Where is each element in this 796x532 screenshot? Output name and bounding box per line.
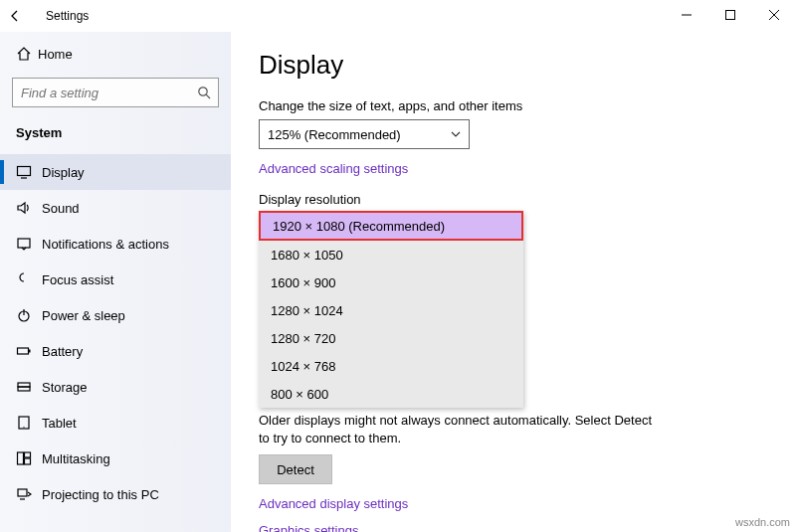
home-label: Home xyxy=(38,47,73,62)
svg-line-5 xyxy=(206,94,210,98)
svg-rect-19 xyxy=(25,458,31,464)
search-box[interactable] xyxy=(12,78,219,107)
sidebar-item-label: Tablet xyxy=(42,416,77,431)
detect-button[interactable]: Detect xyxy=(259,454,332,484)
main-content: Display Change the size of text, apps, a… xyxy=(231,32,796,532)
sidebar-item-label: Battery xyxy=(42,344,83,359)
sidebar-item-label: Multitasking xyxy=(42,451,110,466)
scale-label: Change the size of text, apps, and other… xyxy=(259,98,768,113)
page-title: Display xyxy=(259,50,768,81)
window-controls xyxy=(665,0,796,30)
sidebar-item-label: Storage xyxy=(42,380,88,395)
resolution-dropdown[interactable]: 1920 × 1080 (Recommended)1680 × 10501600… xyxy=(259,211,523,408)
battery-icon xyxy=(16,343,42,359)
search-input[interactable] xyxy=(13,86,197,100)
svg-rect-12 xyxy=(29,350,31,353)
advanced-scaling-link[interactable]: Advanced scaling settings xyxy=(259,161,768,176)
sidebar-item-focus[interactable]: Focus assist xyxy=(0,262,231,297)
svg-rect-20 xyxy=(18,489,27,496)
minimize-button[interactable] xyxy=(665,0,708,30)
home-icon xyxy=(16,46,38,62)
maximize-button[interactable] xyxy=(708,0,752,30)
home-link[interactable]: Home xyxy=(0,38,231,70)
svg-point-4 xyxy=(199,88,207,95)
sidebar-item-label: Projecting to this PC xyxy=(42,487,159,502)
resolution-option[interactable]: 1024 × 768 xyxy=(259,352,523,380)
storage-icon xyxy=(16,379,42,395)
svg-rect-8 xyxy=(18,239,30,248)
notifications-icon xyxy=(16,236,42,252)
focus-icon xyxy=(16,271,42,287)
sidebar-group-title: System xyxy=(0,119,231,154)
svg-rect-17 xyxy=(18,452,24,464)
display-icon xyxy=(16,164,42,180)
window-title: Settings xyxy=(46,9,89,23)
sidebar-item-notifications[interactable]: Notifications & actions xyxy=(0,226,231,262)
older-displays-note: Older displays might not always connect … xyxy=(259,412,657,446)
resolution-option[interactable]: 1600 × 900 xyxy=(259,268,523,296)
sound-icon xyxy=(16,200,42,216)
svg-rect-18 xyxy=(25,452,31,457)
sidebar-item-storage[interactable]: Storage xyxy=(0,369,231,405)
sidebar-item-power[interactable]: Power & sleep xyxy=(0,297,231,333)
sidebar-item-tablet[interactable]: Tablet xyxy=(0,405,231,441)
sidebar-item-label: Focus assist xyxy=(42,272,113,287)
sidebar-item-multitask[interactable]: Multitasking xyxy=(0,441,231,476)
resolution-option[interactable]: 1680 × 1050 xyxy=(259,241,523,268)
svg-rect-14 xyxy=(18,387,30,391)
resolution-option[interactable]: 1280 × 720 xyxy=(259,324,523,352)
power-icon xyxy=(16,307,42,323)
close-button[interactable] xyxy=(752,0,796,30)
tablet-icon xyxy=(16,415,42,431)
chevron-down-icon xyxy=(451,129,461,139)
sidebar-item-project[interactable]: Projecting to this PC xyxy=(0,476,231,512)
search-icon xyxy=(197,86,218,99)
svg-rect-6 xyxy=(18,167,31,176)
resolution-option[interactable]: 1280 × 1024 xyxy=(259,296,523,324)
sidebar-item-label: Sound xyxy=(42,201,80,216)
multitask-icon xyxy=(16,450,42,466)
sidebar-item-label: Power & sleep xyxy=(42,308,125,323)
advanced-display-link[interactable]: Advanced display settings xyxy=(259,496,768,511)
project-icon xyxy=(16,486,42,502)
sidebar-item-display[interactable]: Display xyxy=(0,154,231,190)
svg-point-16 xyxy=(23,427,24,428)
scale-select[interactable]: 125% (Recommended) xyxy=(259,119,470,149)
back-button[interactable] xyxy=(8,9,40,23)
sidebar-item-label: Display xyxy=(42,165,85,180)
sidebar: Home System DisplaySoundNotifications & … xyxy=(0,32,231,532)
scale-value: 125% (Recommended) xyxy=(268,127,401,142)
sidebar-item-label: Notifications & actions xyxy=(42,237,169,252)
resolution-option[interactable]: 1920 × 1080 (Recommended) xyxy=(259,211,523,241)
graphics-settings-link[interactable]: Graphics settings xyxy=(259,523,768,532)
resolution-label: Display resolution xyxy=(259,192,768,207)
svg-rect-13 xyxy=(18,383,30,387)
resolution-option[interactable]: 800 × 600 xyxy=(259,380,523,408)
svg-rect-11 xyxy=(18,348,29,354)
sidebar-item-sound[interactable]: Sound xyxy=(0,190,231,226)
watermark: wsxdn.com xyxy=(735,516,790,528)
sidebar-item-battery[interactable]: Battery xyxy=(0,333,231,369)
svg-rect-1 xyxy=(726,11,735,20)
